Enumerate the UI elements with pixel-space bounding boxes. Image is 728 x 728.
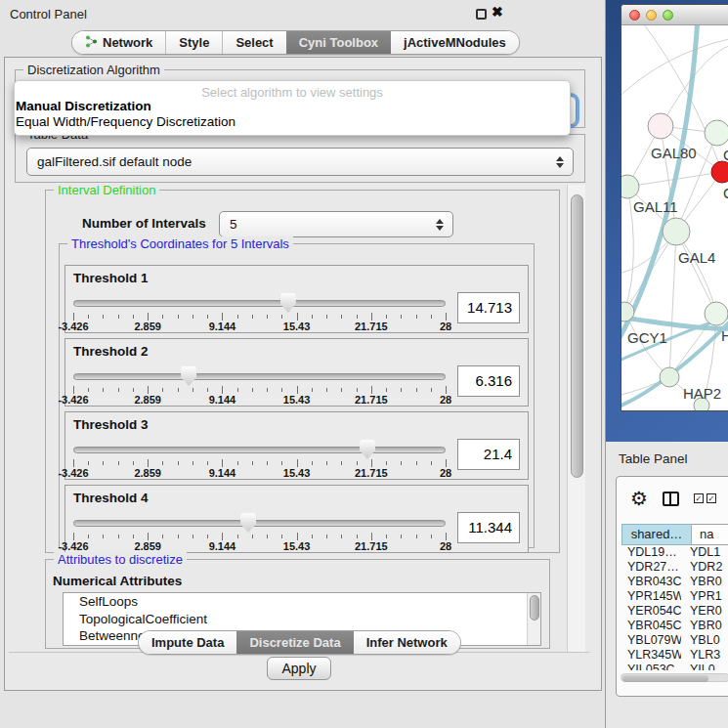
threshold-value-field[interactable]: 6.316 <box>457 365 520 397</box>
cell-shared-name: YDR27… <box>617 560 681 575</box>
select-columns-icons[interactable]: ✓ ✓ <box>694 493 716 503</box>
slider-track[interactable] <box>73 300 446 307</box>
subtab-label: Impute Data <box>151 635 224 650</box>
checkbox-icon[interactable]: ✓ <box>694 493 704 503</box>
control-panel-title: Control Panel <box>10 7 87 21</box>
scale-label: -3.426 <box>58 467 88 479</box>
apply-button[interactable]: Apply <box>267 657 331 680</box>
table-horizontal-scrollbar[interactable] <box>621 673 728 682</box>
threshold-slider[interactable]: -3.4262.8599.14415.4321.71528 <box>73 512 446 551</box>
scale-label: 15.43 <box>283 394 311 406</box>
tab-label: Network <box>103 35 152 50</box>
scale-label: 28 <box>440 394 451 406</box>
column-header-shared-name[interactable]: shared… <box>621 524 692 545</box>
list-item[interactable]: TopologicalCoefficient <box>64 611 540 628</box>
scale-label: 2.859 <box>134 394 161 406</box>
interval-definition-group: Interval Definition Number of Intervals … <box>45 190 560 553</box>
threshold-value-field[interactable]: 21.4 <box>457 439 520 470</box>
panel-vertical-scrollbar[interactable] <box>567 185 585 652</box>
network-canvas[interactable]: GAL80 G C GAL11 GAL4 GCY1 H HAP2 <box>621 25 728 411</box>
scale-label: 2.859 <box>134 321 161 332</box>
zoom-traffic-icon[interactable] <box>663 10 673 21</box>
table-row[interactable]: YDR27…YDR2 <box>617 560 728 575</box>
tab-cyni-toolbox[interactable]: Cyni Toolbox <box>286 31 391 54</box>
node[interactable] <box>705 302 728 325</box>
table-panel-title: Table Panel <box>619 451 688 466</box>
table-row[interactable]: YER054CYER0 <box>617 604 728 619</box>
node-gal4[interactable] <box>663 218 690 245</box>
number-of-intervals-label: Number of Intervals <box>82 216 206 231</box>
tab-network[interactable]: Network <box>72 31 165 54</box>
table-row[interactable]: YPR145WYPR1 <box>617 589 728 604</box>
cell-shared-name: YBL079W <box>617 633 681 648</box>
network-window-titlebar <box>621 5 728 25</box>
scale-label: 2.859 <box>134 467 161 479</box>
node-gal80[interactable] <box>648 113 673 139</box>
scale-label: 28 <box>440 540 451 552</box>
settings-scroll-region: Interval Definition Number of Intervals … <box>9 185 589 652</box>
table-rows: YDL19…YDL1YDR27…YDR2YBR043CYBR0YPR145WYP… <box>617 545 728 670</box>
tab-jactivemnodules[interactable]: jActiveMNodules <box>391 31 519 54</box>
slider-track[interactable] <box>73 447 446 453</box>
threshold-box: Threshold 1-3.4262.8599.14415.4321.71528… <box>64 265 529 333</box>
list-vertical-scrollbar[interactable] <box>527 593 540 645</box>
split-columns-icon[interactable] <box>663 492 679 506</box>
threshold-row: -3.4262.8599.14415.4321.7152821.4 <box>73 439 520 478</box>
table-row[interactable]: YBL079WYBL0 <box>617 633 728 648</box>
cell-shared-name: YER054C <box>617 604 681 619</box>
table-row[interactable]: YIL053CYIL0 <box>617 663 728 670</box>
checkbox-icon[interactable]: ✓ <box>707 493 716 503</box>
scale-label: -3.426 <box>58 394 88 406</box>
slider-scale-labels: -3.4262.8599.14415.4321.71528 <box>73 467 446 479</box>
list-item[interactable]: SelfLoops <box>64 593 540 611</box>
threshold-slider[interactable]: -3.4262.8599.14415.4321.71528 <box>73 439 446 478</box>
slider-track[interactable] <box>73 520 446 527</box>
subtab-infer-network[interactable]: Infer Network <box>354 631 460 654</box>
node-label: G <box>723 147 728 163</box>
gear-icon[interactable]: ⚙ <box>630 489 648 508</box>
subtab-discretize-data[interactable]: Discretize Data <box>236 631 353 654</box>
node-selected-red[interactable] <box>711 161 728 183</box>
slider-track[interactable] <box>73 373 446 380</box>
dropdown-hint-item[interactable]: Select algorithm to view settings <box>15 81 570 99</box>
slider-handle[interactable] <box>360 440 375 459</box>
scale-label: 15.43 <box>283 467 311 479</box>
table-row[interactable]: YLR345WYLR3 <box>617 648 728 663</box>
threshold-value-field[interactable]: 14.713 <box>457 292 520 323</box>
tab-select[interactable]: Select <box>222 31 285 54</box>
tab-style[interactable]: Style <box>165 31 222 54</box>
threshold-slider[interactable]: -3.4262.8599.14415.4321.71528 <box>73 365 446 405</box>
cell-name: YIL0 <box>681 663 728 670</box>
dropdown-options: Manual DiscretizationEqual Width/Frequen… <box>15 99 570 130</box>
threshold-value-field[interactable]: 11.344 <box>457 512 520 543</box>
subtab-impute-data[interactable]: Impute Data <box>139 631 236 654</box>
table-row[interactable]: YBR045CYBR0 <box>617 619 728 633</box>
slider-handle[interactable] <box>181 366 196 386</box>
cell-name: YBL0 <box>681 633 728 648</box>
thresholds-group: Threshold's Coordinates for 5 Intervals … <box>59 243 535 548</box>
node[interactable] <box>705 120 728 146</box>
slider-handle[interactable] <box>240 513 256 533</box>
dropdown-option[interactable]: Manual Discretization <box>15 99 570 114</box>
table-data-combobox[interactable]: galFiltered.sif default node <box>26 148 574 176</box>
scale-label: 15.43 <box>283 540 311 552</box>
node-hap2[interactable] <box>660 367 679 387</box>
close-icon[interactable]: ✖ <box>492 4 503 20</box>
minimize-traffic-icon[interactable] <box>646 10 657 21</box>
float-window-icon[interactable] <box>476 9 487 20</box>
number-of-intervals-spinner[interactable]: 5 <box>219 211 453 237</box>
column-header-name[interactable]: na <box>692 524 728 545</box>
close-traffic-icon[interactable] <box>629 10 640 21</box>
attributes-group-title: Attributes to discretize <box>54 552 187 567</box>
slider-scale-labels: -3.4262.8599.14415.4321.71528 <box>73 540 446 552</box>
table-row[interactable]: YBR043CYBR0 <box>617 575 728 589</box>
threshold-box: Threshold 3-3.4262.8599.14415.4321.71528… <box>64 411 529 480</box>
cyni-toolbox-content: Discretization Algorithm Select algorith… <box>4 57 602 691</box>
scale-label: 28 <box>440 321 451 332</box>
dropdown-option[interactable]: Equal Width/Frequency Discretization <box>15 114 570 130</box>
table-row[interactable]: YDL19…YDL1 <box>617 545 728 560</box>
tab-label: Style <box>179 35 209 50</box>
scale-label: 21.715 <box>355 394 388 406</box>
slider-handle[interactable] <box>280 293 296 313</box>
threshold-slider[interactable]: -3.4262.8599.14415.4321.71528 <box>73 292 446 331</box>
